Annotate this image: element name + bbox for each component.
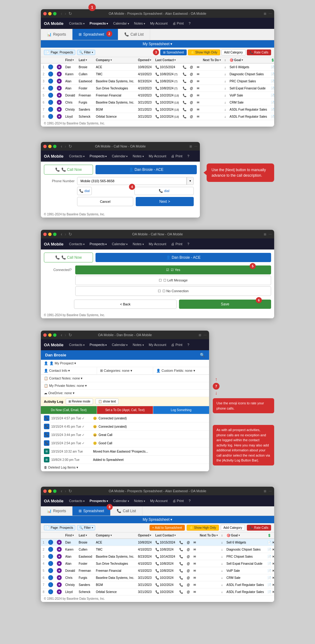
back-button-3[interactable]: ‹ [60, 232, 63, 237]
nav-print-2[interactable]: 🖨 Print [169, 153, 184, 159]
table-row[interactable]: 8 👤 ★ Lloyd Schenck Orbital Science 3/21… [41, 113, 274, 120]
row-action3[interactable]: ✉ [195, 85, 201, 92]
call-now-button-1[interactable]: 📞 📞 Call Now [44, 165, 93, 175]
nav-help-4[interactable]: ? [185, 342, 191, 348]
row-action1[interactable]: 📞 [181, 85, 188, 92]
phone-dropdown-1[interactable]: ▾ [187, 177, 194, 185]
search-icon-contact[interactable]: 🔍 [200, 353, 205, 357]
maximize-button-4[interactable] [53, 333, 56, 337]
row-action1[interactable]: 📞 [177, 553, 185, 560]
activity-log-item[interactable]: 📞 10/15/24 4:45 pm Tue ✓ 😊 Connected (un… [41, 422, 209, 431]
nav-buttons-1[interactable]: ‹ › ↻ [60, 11, 73, 16]
log-emoji[interactable]: 😊 [93, 425, 97, 428]
th5-nexttodo[interactable]: Next To Do [198, 532, 219, 539]
btn-page-prospects-5[interactable]: 📄 Page: Prospects [44, 525, 75, 530]
nav-myaccount-3[interactable]: My Account [147, 241, 168, 247]
table-row[interactable]: 6 👤 ★ Chris Furgis Baseline Data Systems… [41, 574, 274, 581]
forward-button-4[interactable]: › [64, 332, 67, 337]
nav-calendar-3[interactable]: Calendar [110, 241, 130, 247]
row-action1[interactable]: 📞 [177, 588, 185, 595]
table-row[interactable]: 4 👤 ★ Alan Foster Sun Drive Technologies… [41, 560, 274, 567]
th-goal[interactable]: 🎯 Goal [228, 57, 269, 63]
row-doc[interactable]: 📄 ✕ [266, 553, 274, 560]
th5-last[interactable]: Last [77, 532, 94, 539]
maximize-button-2[interactable] [53, 145, 56, 148]
row-action3[interactable]: ✉ [192, 553, 198, 560]
tab-calllist-1[interactable]: 📞 Call List [118, 29, 150, 40]
review-mode-btn[interactable]: ⊞ Review mode [66, 399, 93, 404]
traffic-lights-1[interactable] [43, 12, 56, 15]
table-row[interactable]: 1 👤 ★ Dan Brosie ACE 10/8/2024 📞 10/15/2… [41, 539, 274, 546]
log-something-btn[interactable]: Log Something [153, 406, 209, 414]
btn-no-connection-1[interactable]: ☐ ☐ No Connection [75, 286, 271, 296]
nav-print-4[interactable]: 🖨 Print [169, 342, 184, 348]
btn-add-category-5[interactable]: Add Category [221, 525, 245, 531]
row-action1[interactable]: 📞 [177, 546, 185, 553]
nav-print-3[interactable]: 🖨 Print [169, 241, 184, 247]
row-action2[interactable]: @ [188, 113, 195, 120]
close-button-3[interactable] [43, 233, 47, 236]
th-last[interactable]: Last [77, 57, 94, 63]
row-doc[interactable]: 📄 ✕ [269, 85, 274, 92]
minimize-button-2[interactable] [48, 145, 52, 148]
close-button-1[interactable] [43, 12, 47, 15]
table-row[interactable]: 7 👤 ★ Christy Sanders BGM 3/21/2023 📞 10… [41, 106, 274, 113]
btn-left-message-1[interactable]: ☐ ☐ Left Message [75, 276, 271, 285]
nav-prospects-5[interactable]: Prospects [88, 498, 110, 504]
row-doc[interactable]: 📄 ✕ [266, 546, 274, 553]
table-row[interactable]: 3 👤 ★ Alan Eastwood Baseline Data System… [41, 553, 274, 560]
forward-button-2[interactable]: › [64, 144, 67, 149]
tab-spreadsheet-1[interactable]: ⊞ Spreadsheet 2 [72, 29, 118, 40]
row-action3[interactable]: ✉ [192, 560, 198, 567]
row-doc[interactable]: 📄 ✕ [269, 71, 274, 78]
dial-button-2[interactable]: 📞 dial [134, 187, 194, 195]
back-button-4[interactable]: ‹ [60, 332, 63, 337]
row-action2[interactable]: @ [185, 560, 192, 567]
btn-rate-calls-5[interactable]: 📞 Rate Calls [247, 525, 271, 531]
do-now-btn[interactable]: Do Now (Call, Email, Text) [41, 406, 97, 414]
nav-calendar-2[interactable]: Calendar [110, 153, 130, 159]
nav-help-3[interactable]: ? [185, 241, 191, 247]
next-button-1[interactable]: Next > [136, 197, 194, 206]
row-action2[interactable]: @ [185, 574, 192, 581]
th-opened[interactable]: Opened [136, 57, 154, 63]
maximize-button-1[interactable] [53, 12, 56, 15]
traffic-lights-5[interactable] [43, 489, 56, 493]
log-emoji[interactable]: 😄 [93, 433, 97, 437]
btn-show-high-only-1[interactable]: ⭐ Show High Only [188, 49, 220, 55]
table-row[interactable]: 3 👤 ★ Alan Eastwood Baseline Data System… [41, 78, 274, 85]
btn-add-to-spreadsheet-5[interactable]: + Add to Spreadsheet [150, 525, 185, 531]
nav-prospects-1[interactable]: Prospects [88, 20, 110, 26]
btn-rate-calls-1[interactable]: 📞 Rate Calls [247, 49, 271, 55]
row-action2[interactable]: @ [188, 106, 195, 113]
row-action2[interactable]: @ [185, 553, 192, 560]
row-action3[interactable]: ✉ [192, 574, 198, 581]
table-row[interactable]: 6 👤 ★ Chris Furgis Baseline Data Systems… [41, 99, 274, 106]
nav-notes-2[interactable]: Notes [131, 153, 146, 159]
row-action1[interactable]: 📞 [181, 71, 188, 78]
row-action3[interactable]: ✉ [195, 113, 201, 120]
row-action3[interactable]: ✉ [192, 567, 198, 574]
nav-prospects-3[interactable]: Prospects [88, 241, 109, 247]
contact-header-btn-2[interactable]: 👤 Dan Brosie - ACE [95, 253, 271, 262]
activity-log-item[interactable]: ⊞ 10/8/24 2:00 pm Tue Added to Spreadshe… [41, 456, 209, 464]
row-doc[interactable]: 📄 ✕ [269, 92, 274, 99]
row-action3[interactable]: ✉ [195, 99, 201, 106]
row-action1[interactable]: 📞 [181, 78, 188, 85]
forward-button-3[interactable]: › [64, 232, 67, 237]
row-action3[interactable]: ✉ [192, 581, 198, 588]
nav-calendar-1[interactable]: Calendar [111, 20, 131, 26]
row-action2[interactable]: @ [185, 567, 192, 574]
tab-spreadsheet-5[interactable]: ⊞ Spreadsheet 8 [72, 506, 111, 516]
forward-button-1[interactable]: › [64, 11, 67, 16]
row-action3[interactable]: ✉ [195, 106, 201, 113]
btn-show-high-only-5[interactable]: ⭐ Show High Only [187, 525, 219, 531]
row-doc[interactable]: 📄 ✕ [269, 106, 274, 113]
btn-page-prospects-1[interactable]: 📄 Page: Prospects [44, 50, 75, 55]
th5-lastcontact[interactable]: Last Contact [154, 532, 178, 539]
maximize-button-3[interactable] [53, 233, 56, 236]
refresh-button-5[interactable]: ↻ [68, 489, 73, 493]
minimize-button-1[interactable] [48, 12, 52, 15]
row-action3[interactable]: ✉ [192, 546, 198, 553]
th-nexttodo[interactable]: Next To Do [201, 57, 223, 63]
